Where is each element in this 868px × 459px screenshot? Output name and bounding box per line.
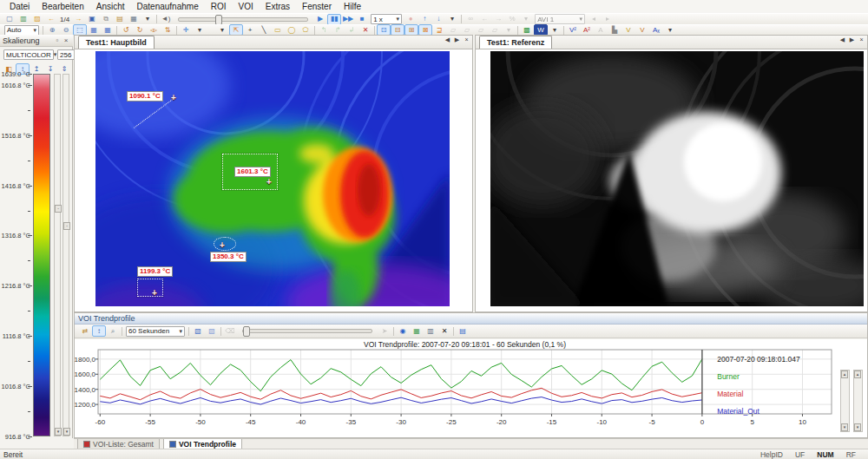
- avi-prev-icon[interactable]: ◂: [587, 14, 601, 25]
- nav-next-icon[interactable]: ▶: [848, 36, 856, 43]
- fast-forward-icon[interactable]: ▶▶: [341, 14, 355, 25]
- export-icon: ▤: [116, 16, 123, 23]
- scale-tick: [28, 285, 32, 286]
- export-trend-icon: ▤: [459, 328, 466, 335]
- pause-icon[interactable]: ▮▮: [327, 14, 341, 25]
- more-save-icon[interactable]: ▾: [141, 14, 155, 25]
- scale-minor-tick: [28, 411, 30, 412]
- slider-down-icon[interactable]: ▾: [55, 428, 62, 436]
- close-icon[interactable]: ×: [858, 36, 865, 43]
- thermal-image[interactable]: +1090.1 °C+1601.3 °C+1350.3 °C+1199.3 °C: [95, 51, 450, 306]
- menu-voi[interactable]: VOI: [232, 1, 259, 12]
- menu-datenaufnahme[interactable]: Datenaufnahme: [131, 1, 205, 12]
- save-icon[interactable]: ▣: [85, 14, 99, 25]
- menu-ansicht[interactable]: Ansicht: [90, 1, 131, 12]
- link-icon[interactable]: ∞: [464, 14, 477, 25]
- roi-edit2-icon: ⊟: [395, 27, 401, 34]
- line-roi-1-shape[interactable]: [134, 98, 174, 128]
- nav-next-icon[interactable]: ▶: [453, 36, 461, 43]
- trend-slider-thumb[interactable]: [243, 326, 250, 337]
- nav-prev-icon[interactable]: ◀: [838, 36, 846, 43]
- scale-tick: [28, 386, 32, 387]
- flip-v-icon: ⇅: [165, 27, 171, 34]
- jump-back-icon[interactable]: ←: [477, 14, 491, 25]
- rect-roi-2-shape[interactable]: [137, 279, 163, 297]
- new-report-icon[interactable]: ▥: [16, 14, 30, 25]
- more-play-icon[interactable]: ▾: [445, 14, 459, 25]
- prev-frame-icon[interactable]: ←: [44, 14, 58, 25]
- rect-roi-2-marker[interactable]: +: [152, 290, 157, 297]
- scale-mode-combo[interactable]: Auto▾: [4, 25, 39, 36]
- toolbar-separator: [393, 327, 394, 336]
- playback-slider[interactable]: [178, 17, 308, 22]
- chevron-down-icon: ▾: [397, 16, 400, 23]
- avi-combo[interactable]: AVI 1▾: [535, 14, 585, 24]
- pan-icon: ✛: [183, 27, 189, 34]
- slider-button[interactable]: -: [55, 205, 62, 213]
- remove-profile-icon[interactable]: ▧: [205, 325, 219, 337]
- menu-datei[interactable]: Datei: [3, 1, 36, 12]
- print-icon[interactable]: ▦: [127, 14, 141, 25]
- scale-label: 1616.8 °C: [2, 81, 30, 89]
- stop-icon[interactable]: ■: [355, 14, 369, 25]
- menu-roi[interactable]: ROI: [205, 1, 233, 12]
- open-folder-icon[interactable]: ▨: [30, 14, 44, 25]
- application-window: DateiBearbeitenAnsichtDatenaufnahmeROIVO…: [0, 0, 868, 459]
- trend-chart[interactable]: VOI Trendprofile: 2007-07-20 09:18:01 - …: [75, 339, 867, 437]
- ratio-icon[interactable]: %: [505, 14, 519, 25]
- rect-roi-1-marker[interactable]: +: [266, 179, 272, 186]
- grid-icon[interactable]: ▦: [410, 325, 424, 337]
- export-trend-icon[interactable]: ▤: [456, 325, 470, 337]
- scale-max-slider[interactable]: - ▾: [62, 74, 69, 436]
- jump-fwd-icon[interactable]: →: [491, 14, 505, 25]
- step-up-icon[interactable]: ↑: [418, 14, 431, 25]
- step-down-icon[interactable]: ↓: [431, 14, 445, 25]
- pin-icon[interactable]: ▫: [53, 36, 62, 44]
- cursor-icon: ➤: [382, 328, 388, 335]
- export-icon[interactable]: ▤: [113, 14, 127, 25]
- span-y-icon[interactable]: ↕: [92, 325, 106, 337]
- visibility-icon[interactable]: ◉: [396, 325, 410, 337]
- tab-hauptbild[interactable]: Test1: Hauptbild: [78, 36, 155, 49]
- scale-minor-tick: [28, 161, 30, 161]
- menu-bearbeiten[interactable]: Bearbeiten: [36, 1, 89, 12]
- zoom-trend-icon[interactable]: ⌕: [106, 325, 120, 337]
- clear-icon[interactable]: ⌫: [223, 325, 237, 337]
- playback-slider-thumb[interactable]: [215, 15, 222, 25]
- avi-next-icon[interactable]: ▸: [601, 14, 615, 25]
- chevron-down-icon: ▾: [179, 328, 182, 335]
- copy-icon[interactable]: ⧉: [99, 14, 113, 25]
- palette-combo[interactable]: MULTICOLOR▾: [3, 49, 54, 60]
- tab-referenz[interactable]: Test1: Referenz: [479, 36, 552, 49]
- play-icon[interactable]: ▶: [313, 14, 327, 25]
- audio-icon[interactable]: ◄): [159, 14, 173, 25]
- table-icon[interactable]: ▥: [424, 325, 437, 337]
- cursor-icon[interactable]: ➤: [378, 325, 391, 337]
- reference-image[interactable]: [490, 51, 864, 306]
- add-profile-icon[interactable]: ▧: [191, 325, 205, 337]
- menu-extras[interactable]: Extras: [260, 1, 296, 12]
- menu-hilfe[interactable]: Hilfe: [338, 1, 367, 12]
- zoom-out-icon: ⊖: [63, 27, 69, 34]
- toolbar-separator: [563, 26, 564, 35]
- roi-edit1-icon: ⊡: [381, 27, 387, 34]
- scale-min-slider[interactable]: - ▾: [54, 74, 61, 436]
- close-icon[interactable]: ×: [62, 36, 70, 44]
- trend-slider[interactable]: [242, 329, 372, 333]
- slider-down-icon[interactable]: ▾: [63, 428, 70, 436]
- menu-fenster[interactable]: Fenster: [296, 1, 338, 12]
- new-file-icon[interactable]: ▢: [3, 14, 16, 25]
- close-icon[interactable]: ×: [463, 36, 470, 43]
- speed-combo[interactable]: 1 x▾: [371, 14, 402, 24]
- more-avi-icon[interactable]: ▾: [519, 14, 533, 25]
- next-frame-icon[interactable]: →: [71, 14, 85, 25]
- line-roi-1-marker[interactable]: +: [171, 95, 176, 102]
- nav-prev-icon[interactable]: ◀: [444, 36, 451, 43]
- record-icon[interactable]: ●: [404, 14, 418, 25]
- delete-profile-icon[interactable]: ✕: [437, 325, 451, 337]
- interval-combo[interactable]: 60 Sekunden▾: [126, 326, 185, 337]
- rect-roi-2-value: 1199.3 °C: [137, 266, 173, 277]
- transfer-icon[interactable]: ⇄: [78, 325, 92, 337]
- ellipse-roi-1-marker[interactable]: +: [220, 242, 225, 249]
- slider-button[interactable]: -: [63, 222, 70, 230]
